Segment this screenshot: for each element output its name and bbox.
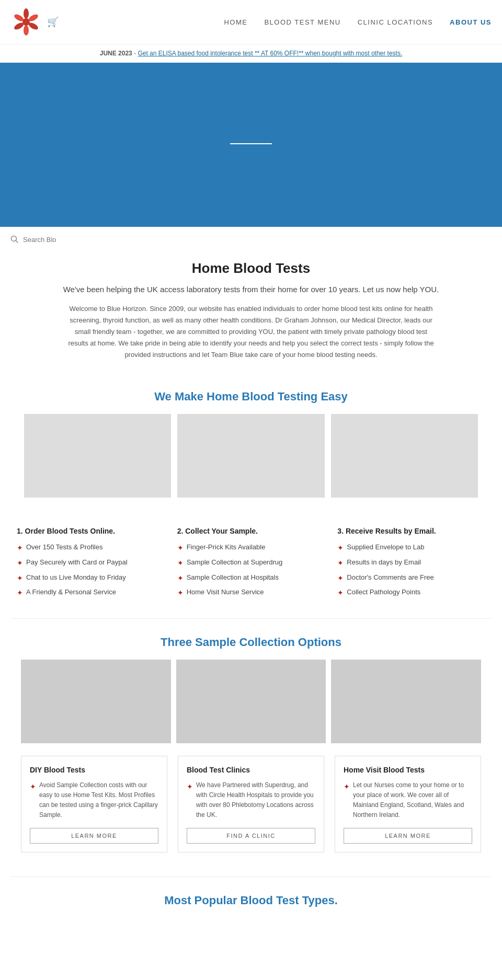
collection-section: Three Sample Collection Options DIY Bloo… xyxy=(10,618,492,877)
diy-title: DIY Blood Tests xyxy=(30,766,158,774)
list-item: ✦Doctor's Comments are Free xyxy=(337,573,485,584)
bullet-icon: ✦ xyxy=(30,781,36,792)
bullet-icon: ✦ xyxy=(177,558,184,569)
diy-description: ✦ Avoid Sample Collection costs with our… xyxy=(30,780,158,821)
hero-divider xyxy=(230,143,272,144)
bullet-icon: ✦ xyxy=(17,588,23,598)
home-visit-title: Home Visit Blood Tests xyxy=(344,766,472,774)
collection-img-3 xyxy=(331,660,481,743)
collection-img-1 xyxy=(21,660,171,743)
popular-section: Most Popular Blood Test Types. xyxy=(10,877,492,918)
svg-point-3 xyxy=(24,25,29,36)
list-item: ✦Pay Securely with Card or Paypal xyxy=(17,558,165,569)
clinics-description: ✦ We have Partnered with Superdrug, and … xyxy=(187,780,315,821)
list-item: ✦Collect Pathology Points xyxy=(337,587,485,598)
search-icon xyxy=(10,235,19,244)
logo-icon xyxy=(10,6,42,38)
list-item: ✦Sample Collection at Superdrug xyxy=(177,558,325,569)
nav-blood-test-menu[interactable]: BLOOD TEST MENU xyxy=(264,18,340,26)
list-item: ✦Finger-Prick Kits Available xyxy=(177,543,325,554)
home-visit-learn-more-button[interactable]: LEARN MORE xyxy=(344,828,472,844)
bullet-icon: ✦ xyxy=(177,588,184,598)
list-item: ✦A Friendly & Personal Service xyxy=(17,587,165,598)
step-2-list: ✦Finger-Prick Kits Available ✦Sample Col… xyxy=(177,543,325,598)
collection-img-2 xyxy=(176,660,326,743)
list-item: ✦Results in days by Email xyxy=(337,558,485,569)
list-item: ✦Chat to us Live Monday to Friday xyxy=(17,573,165,584)
step-3-heading: 3. Receive Results by Email. xyxy=(337,527,485,535)
collection-card-clinics: Blood Test Clinics ✦ We have Partnered w… xyxy=(178,756,324,852)
bullet-icon: ✦ xyxy=(187,781,193,792)
collection-card-diy: DIY Blood Tests ✦ Avoid Sample Collectio… xyxy=(21,756,167,852)
clinics-find-button[interactable]: FIND A CLINIC xyxy=(187,828,315,844)
bullet-icon: ✦ xyxy=(337,588,344,598)
collection-cards: DIY Blood Tests ✦ Avoid Sample Collectio… xyxy=(21,756,481,868)
home-tests-description: Welcome to Blue Horizon. Since 2009, our… xyxy=(68,303,434,361)
popular-title: Most Popular Blood Test Types. xyxy=(21,894,481,907)
search-bar xyxy=(0,225,502,244)
easy-title: We Make Home Blood Testing Easy xyxy=(21,390,481,403)
clinics-title: Blood Test Clinics xyxy=(187,766,315,774)
home-tests-tagline: We've been helping the UK access laborat… xyxy=(31,285,471,294)
easy-cards xyxy=(21,414,481,498)
cart-icon[interactable]: 🛒 xyxy=(47,16,59,28)
easy-card-2 xyxy=(177,414,324,498)
list-item: ✦Supplied Envelope to Lab xyxy=(337,543,485,554)
promo-date: JUNE 2023 xyxy=(100,50,132,57)
logo-area: 🛒 xyxy=(10,6,59,38)
svg-line-8 xyxy=(16,241,18,243)
bullet-icon: ✦ xyxy=(17,558,23,569)
bullet-icon: ✦ xyxy=(177,543,184,554)
bullet-icon: ✦ xyxy=(344,781,350,792)
main-content: Home Blood Tests We've been helping the … xyxy=(0,244,502,918)
easy-card-3 xyxy=(331,414,478,498)
step-1-list: ✦Over 150 Tests & Profiles ✦Pay Securely… xyxy=(17,543,165,598)
easy-card-1 xyxy=(24,414,171,498)
list-item: ✦Over 150 Tests & Profiles xyxy=(17,543,165,554)
bullet-icon: ✦ xyxy=(337,558,344,569)
svg-point-6 xyxy=(22,18,30,26)
svg-point-0 xyxy=(24,8,29,19)
collection-title: Three Sample Collection Options xyxy=(21,636,481,649)
steps-section: 1. Order Blood Tests Online. ✦Over 150 T… xyxy=(10,516,492,618)
promo-banner: JUNE 2023 - Get an ELISA based food into… xyxy=(0,44,502,63)
nav-home[interactable]: HOME xyxy=(224,18,247,26)
step-3-list: ✦Supplied Envelope to Lab ✦Results in da… xyxy=(337,543,485,598)
diy-learn-more-button[interactable]: LEARN MORE xyxy=(30,828,158,844)
step-col-2: 2. Collect Your Sample. ✦Finger-Prick Ki… xyxy=(171,527,332,602)
bullet-icon: ✦ xyxy=(17,543,23,554)
list-item: ✦Sample Collection at Hospitals xyxy=(177,573,325,584)
bullet-icon: ✦ xyxy=(177,573,184,584)
step-col-3: 3. Receive Results by Email. ✦Supplied E… xyxy=(331,527,492,602)
step-2-heading: 2. Collect Your Sample. xyxy=(177,527,325,535)
nav-about-us[interactable]: ABOUT US xyxy=(450,18,492,26)
promo-link[interactable]: Get an ELISA based food intolerance test… xyxy=(138,50,402,57)
easy-section: We Make Home Blood Testing Easy xyxy=(10,373,492,516)
bullet-icon: ✦ xyxy=(337,543,344,554)
collection-card-home-visit: Home Visit Blood Tests ✦ Let our Nurses … xyxy=(335,756,481,852)
bullet-icon: ✦ xyxy=(17,573,23,584)
home-visit-description: ✦ Let our Nurses come to your home or to… xyxy=(344,780,472,821)
nav-clinic-locations[interactable]: CLINIC LOCATIONS xyxy=(358,18,433,26)
home-tests-section: Home Blood Tests We've been helping the … xyxy=(10,244,492,373)
list-item: ✦Home Visit Nurse Service xyxy=(177,587,325,598)
hero-section xyxy=(0,63,502,225)
site-header: 🛒 HOME BLOOD TEST MENU CLINIC LOCATIONS … xyxy=(0,0,502,44)
collection-images xyxy=(21,660,481,743)
home-tests-title: Home Blood Tests xyxy=(31,260,471,276)
bullet-icon: ✦ xyxy=(337,573,344,584)
main-nav: HOME BLOOD TEST MENU CLINIC LOCATIONS AB… xyxy=(224,18,492,26)
search-input[interactable] xyxy=(23,236,96,244)
step-1-heading: 1. Order Blood Tests Online. xyxy=(17,527,165,535)
step-col-1: 1. Order Blood Tests Online. ✦Over 150 T… xyxy=(10,527,171,602)
